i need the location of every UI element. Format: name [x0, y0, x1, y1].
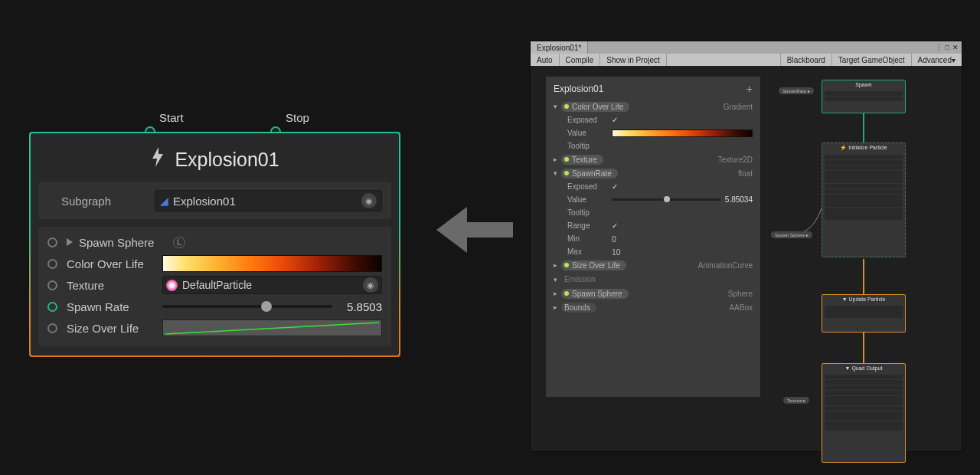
subgraph-label: Subgraph — [47, 195, 155, 208]
prop-size-over-life[interactable]: Size Over Life — [47, 317, 382, 339]
advanced-button[interactable]: Advanced▾ — [911, 54, 962, 66]
bb-item-spawn-sphere[interactable]: ▸ Spawn Sphere Sphere — [546, 287, 760, 300]
prop-spawn-sphere[interactable]: Spawn Sphere L — [47, 231, 382, 253]
prop-spawn-rate[interactable]: Spawn Rate 5.8503 — [47, 296, 382, 317]
port-ring-icon[interactable] — [47, 238, 57, 247]
min-value[interactable]: 0 — [612, 234, 616, 244]
bb-item-bounds[interactable]: ▸ Bounds AABox — [546, 300, 760, 314]
blackboard-button[interactable]: Blackboard — [780, 54, 831, 66]
fold-icon[interactable]: ▸ — [554, 261, 561, 269]
spawn-rate-value[interactable]: 5.8503 — [340, 300, 382, 313]
texture-swatch-icon — [166, 280, 178, 291]
vfx-editor-window: Explosion01* ⋮ □ ✕ Auto Compile Show in … — [530, 41, 962, 452]
window-maximize-icon[interactable]: □ — [946, 44, 949, 51]
fold-icon[interactable]: ▾ — [554, 103, 561, 110]
update-node[interactable]: ▼ Update Particle — [822, 294, 906, 332]
window-controls: ⋮ □ ✕ — [936, 41, 962, 54]
bb-item-color-over-life[interactable]: ▾ Color Over Life Gradient — [546, 100, 760, 113]
gradient-field[interactable] — [612, 129, 753, 137]
curve-field[interactable] — [162, 319, 382, 336]
port-ring-icon[interactable] — [47, 302, 57, 312]
exposed-pill[interactable]: Spawn Sphere ▸ — [771, 231, 812, 238]
bb-item-spawn-rate[interactable]: ▾ SpawnRate float — [546, 166, 760, 180]
port-ring-icon[interactable] — [47, 323, 57, 333]
bb-item-texture[interactable]: ▸ Texture Texture2D — [546, 152, 760, 166]
bolt-icon — [150, 147, 165, 172]
blackboard-header: Explosion01 + — [546, 77, 760, 100]
port-ring-icon[interactable] — [47, 280, 57, 290]
add-property-icon[interactable]: + — [746, 83, 753, 95]
subgraph-row: Subgraph ◢ Explosion01 ◉ — [38, 182, 391, 219]
prop-label: Color Over Life — [67, 257, 162, 270]
prop-label: Spawn Rate — [67, 300, 162, 313]
graph-canvas[interactable]: SpawnRate ▸ Spawn ⚡ Initialize Particle … — [760, 66, 962, 451]
texture-value: DefaultParticle — [182, 279, 363, 291]
window-close-icon[interactable]: ✕ — [952, 44, 959, 51]
exposed-pill[interactable]: SpawnRate ▸ — [779, 87, 814, 94]
prop-texture[interactable]: Texture DefaultParticle ◉ — [47, 274, 382, 296]
toolbar: Auto Compile Show in Project Blackboard … — [531, 54, 962, 66]
fold-icon[interactable]: ▸ — [554, 303, 561, 311]
port-stop-label: Stop — [286, 111, 309, 124]
auto-button[interactable]: Auto — [531, 54, 560, 66]
slider-thumb[interactable] — [261, 301, 272, 312]
output-node[interactable]: ▼ Quad Output — [822, 363, 906, 463]
subgraph-value: Explosion01 — [173, 195, 361, 208]
max-value[interactable]: 10 — [612, 247, 621, 257]
fold-icon[interactable]: ▾ — [554, 169, 561, 177]
node-header: Explosion01 — [38, 141, 391, 182]
fold-icon[interactable]: ▸ — [554, 290, 561, 297]
arrow-icon — [436, 207, 513, 255]
blackboard-title: Explosion01 — [554, 84, 603, 94]
port-ring-icon[interactable] — [47, 259, 57, 269]
prop-label: Size Over Life — [67, 322, 162, 335]
vfx-asset-icon: ◢ — [160, 195, 168, 207]
property-list: Spawn Sphere L Color Over Life Texture D… — [38, 227, 391, 346]
subgraph-node: Start Stop Explosion01 Subgraph ◢ Explos… — [29, 111, 400, 357]
emission-section[interactable]: ▾Emission — [546, 272, 760, 287]
type-label: Gradient — [724, 103, 753, 111]
prop-label: Spawn Sphere — [79, 236, 175, 249]
target-gameobject-button[interactable]: Target GameObject — [831, 54, 911, 66]
window-tab-bar: Explosion01* ⋮ □ ✕ — [531, 41, 962, 54]
gradient-field[interactable] — [162, 255, 382, 272]
spawn-node[interactable]: Spawn — [822, 80, 906, 113]
texture-field[interactable]: DefaultParticle ◉ — [162, 276, 382, 294]
prop-color-over-life[interactable]: Color Over Life — [47, 253, 382, 274]
show-in-project-button[interactable]: Show in Project — [600, 54, 666, 66]
prop-label: Texture — [67, 279, 162, 292]
subgraph-field[interactable]: ◢ Explosion01 ◉ — [155, 190, 382, 211]
window-tab[interactable]: Explosion01* — [531, 41, 588, 54]
node-frame[interactable]: Explosion01 Subgraph ◢ Explosion01 ◉ Spa… — [29, 132, 400, 357]
object-picker-icon[interactable]: ◉ — [361, 193, 377, 208]
exposed-checkbox[interactable]: ✓ — [612, 116, 618, 124]
compile-button[interactable]: Compile — [560, 54, 601, 66]
expand-icon[interactable] — [67, 238, 73, 246]
port-start-label: Start — [159, 111, 184, 124]
exposed-pill[interactable]: Texture ▸ — [783, 397, 809, 404]
exposed-checkbox[interactable]: ✓ — [612, 182, 618, 191]
fold-icon[interactable]: ▸ — [554, 156, 561, 163]
bb-item-size-over-life[interactable]: ▸ Size Over Life AnimationCurve — [546, 258, 760, 272]
range-checkbox[interactable]: ✓ — [612, 221, 618, 230]
local-badge-icon: L — [173, 237, 185, 248]
window-menu-icon[interactable]: ⋮ — [936, 44, 942, 51]
object-picker-icon[interactable]: ◉ — [363, 277, 378, 293]
initialize-node[interactable]: ⚡ Initialize Particle — [822, 142, 906, 257]
spawn-rate-slider[interactable]: 5.8503 — [162, 300, 382, 313]
spawn-rate-slider[interactable]: 5.85034 — [612, 195, 753, 204]
slider-thumb[interactable] — [664, 196, 670, 202]
blackboard-panel: Explosion01 + ▾ Color Over Life Gradient… — [546, 77, 760, 397]
node-title: Explosion01 — [175, 149, 279, 171]
